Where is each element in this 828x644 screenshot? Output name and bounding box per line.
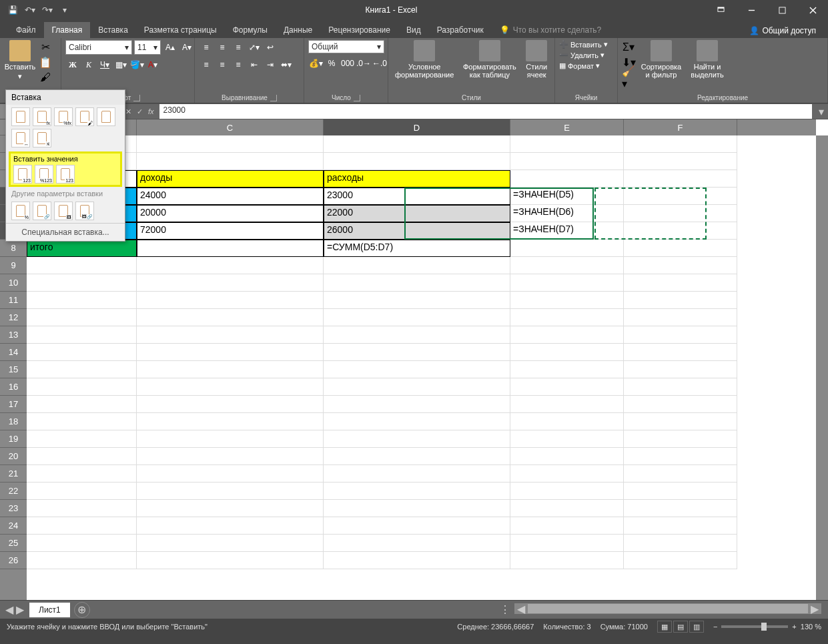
paste-transpose-icon[interactable]: ⤭ (33, 129, 51, 147)
cell-B14[interactable] (27, 344, 137, 361)
indent-inc-icon[interactable]: ⇥ (263, 57, 278, 72)
close-button[interactable] (797, 0, 828, 20)
paste-values-icon[interactable]: 123 (13, 165, 32, 184)
cell-B23[interactable] (27, 500, 137, 517)
cell-C5[interactable]: 24000 (137, 188, 324, 205)
column-header-C[interactable]: C (137, 119, 324, 135)
tab-insert[interactable]: Вставка (90, 22, 136, 38)
insert-cells-button[interactable]: ➕ Вставить▾ (559, 40, 608, 49)
cell-E11[interactable] (510, 292, 624, 309)
cell-C6[interactable]: 20000 (137, 205, 324, 222)
row-header-16[interactable]: 16 (0, 378, 27, 396)
orientation-icon[interactable]: ⤢▾ (247, 40, 262, 55)
row-header-18[interactable]: 18 (0, 413, 27, 430)
cell-D11[interactable] (324, 292, 510, 309)
cell-C11[interactable] (137, 292, 324, 309)
cell-D8[interactable]: =СУММ(D5:D7) (324, 240, 510, 257)
column-header-E[interactable]: E (510, 119, 624, 135)
sheet-nav-prev-icon[interactable]: ◀ (5, 603, 13, 616)
cell-D16[interactable] (324, 378, 510, 396)
cell-styles-button[interactable]: Стили ячеек (522, 40, 550, 79)
cell-D6[interactable]: 22000 (324, 205, 510, 222)
cell-B24[interactable] (27, 517, 137, 535)
cell-C12[interactable] (137, 309, 324, 326)
row-header-8[interactable]: 8 (0, 240, 27, 257)
cell-B18[interactable] (27, 413, 137, 430)
column-header-D[interactable]: D (324, 119, 510, 135)
zoom-level[interactable]: 130 % (801, 623, 821, 631)
cell-F14[interactable] (624, 344, 737, 361)
cell-B11[interactable] (27, 292, 137, 309)
cell-D4[interactable]: расходы (324, 170, 510, 188)
enter-formula-icon[interactable]: ✓ (137, 107, 143, 116)
currency-icon[interactable]: 💰▾ (308, 56, 323, 71)
cell-C10[interactable] (137, 274, 324, 292)
cell-E2[interactable] (510, 135, 624, 153)
paste-formulas-icon[interactable]: fx (33, 107, 51, 126)
row-header-25[interactable]: 25 (0, 535, 27, 552)
cell-E23[interactable] (510, 500, 624, 517)
cell-E25[interactable] (510, 535, 624, 552)
cell-C15[interactable] (137, 361, 324, 378)
undo-icon[interactable]: ↶▾ (24, 4, 36, 16)
cell-F3[interactable] (624, 153, 737, 170)
cell-B22[interactable] (27, 482, 137, 500)
cell-F12[interactable] (624, 309, 737, 326)
font-color-button[interactable]: A▾ (145, 57, 160, 72)
page-break-view-icon[interactable]: ▥ (689, 621, 704, 633)
align-top-icon[interactable]: ≡ (199, 40, 214, 55)
cell-D13[interactable] (324, 326, 510, 344)
cell-D9[interactable] (324, 257, 510, 274)
align-right-icon[interactable]: ≡ (231, 57, 246, 72)
expand-formula-icon[interactable]: ▾ (815, 105, 828, 118)
cell-D20[interactable] (324, 448, 510, 465)
row-header-12[interactable]: 12 (0, 309, 27, 326)
cell-B12[interactable] (27, 309, 137, 326)
cell-E13[interactable] (510, 326, 624, 344)
number-dialog-icon[interactable] (354, 95, 360, 101)
cell-D22[interactable] (324, 482, 510, 500)
cell-C13[interactable] (137, 326, 324, 344)
cell-E17[interactable] (510, 396, 624, 413)
tab-view[interactable]: Вид (398, 22, 429, 38)
minimize-button[interactable] (736, 0, 767, 20)
cell-C7[interactable]: 72000 (137, 222, 324, 240)
cell-E9[interactable] (510, 257, 624, 274)
font-dialog-icon[interactable] (133, 95, 140, 101)
cell-F2[interactable] (624, 135, 737, 153)
autosum-icon[interactable]: Σ▾ (622, 40, 635, 53)
sort-filter-button[interactable]: Сортировка и фильтр (639, 40, 683, 79)
cell-E22[interactable] (510, 482, 624, 500)
cell-B26[interactable] (27, 552, 137, 569)
cell-B8[interactable]: итого (27, 240, 137, 257)
borders-button[interactable]: ▦▾ (113, 57, 128, 72)
align-dialog-icon[interactable] (270, 95, 277, 101)
cell-F24[interactable] (624, 517, 737, 535)
cell-D18[interactable] (324, 413, 510, 430)
cell-C23[interactable] (137, 500, 324, 517)
cut-icon[interactable]: ✂ (39, 40, 52, 53)
cell-C25[interactable] (137, 535, 324, 552)
paste-picture-icon[interactable]: 🖼 (54, 202, 73, 220)
wrap-text-icon[interactable]: ↩ (263, 40, 278, 55)
paste-formulas-nf-icon[interactable]: %fx (54, 107, 73, 126)
cell-C21[interactable] (137, 465, 324, 482)
cell-B19[interactable] (27, 430, 137, 448)
cell-F22[interactable] (624, 482, 737, 500)
cell-E5[interactable]: =ЗНАЧЕН(D5) (510, 188, 624, 205)
cell-D7[interactable]: 26000 (324, 222, 510, 240)
maximize-button[interactable] (767, 0, 797, 20)
cell-D14[interactable] (324, 344, 510, 361)
cell-E15[interactable] (510, 361, 624, 378)
cell-E18[interactable] (510, 413, 624, 430)
cell-C9[interactable] (137, 257, 324, 274)
indent-dec-icon[interactable]: ⇤ (247, 57, 262, 72)
inc-decimal-icon[interactable]: .0→ (356, 56, 371, 71)
add-sheet-button[interactable]: ⊕ (74, 602, 90, 618)
cell-F18[interactable] (624, 413, 737, 430)
cell-B20[interactable] (27, 448, 137, 465)
font-name-combo[interactable]: Calibri▾ (65, 40, 132, 55)
cell-C20[interactable] (137, 448, 324, 465)
number-format-combo[interactable]: Общий▾ (308, 40, 384, 53)
align-left-icon[interactable]: ≡ (199, 57, 214, 72)
